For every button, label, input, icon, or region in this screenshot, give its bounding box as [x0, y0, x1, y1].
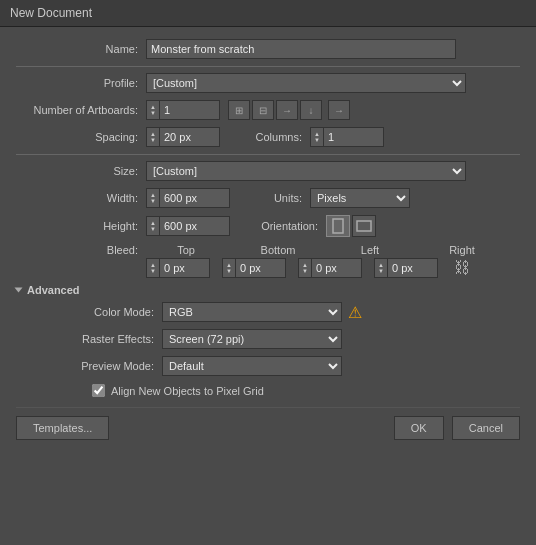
title-bar: New Document	[0, 0, 536, 27]
color-mode-row: Color Mode: RGB CMYK Grayscale ⚠	[32, 302, 520, 322]
name-row: Name:	[16, 39, 520, 59]
landscape-icon	[356, 220, 372, 232]
height-spinner-btn[interactable]: ▲ ▼	[146, 216, 160, 236]
profile-select[interactable]: [Custom] Print Web Mobile	[146, 73, 466, 93]
align-checkbox[interactable]	[92, 384, 105, 397]
bleed-left-spinner: ▲ ▼	[298, 258, 362, 278]
width-input[interactable]	[160, 188, 230, 208]
bleed-right-header: Right	[422, 244, 502, 256]
raster-select[interactable]: Screen (72 ppi) Medium (150 ppi) High (3…	[162, 329, 342, 349]
spacing-spinner: ▲ ▼	[146, 127, 220, 147]
preview-row: Preview Mode: Default Pixel Overprint	[32, 356, 520, 376]
size-row: Size: [Custom] Letter A4	[16, 161, 520, 181]
width-row: Width: ▲ ▼ Units: Pixels Points Millimet…	[16, 188, 520, 208]
columns-group: Columns: ▲ ▼	[250, 127, 384, 147]
bleed-top-btn[interactable]: ▲ ▼	[146, 258, 160, 278]
bleed-top-spinner: ▲ ▼	[146, 258, 210, 278]
artboards-label: Number of Artboards:	[16, 104, 146, 116]
width-spinner: ▲ ▼	[146, 188, 230, 208]
units-group: Units: Pixels Points Millimeters Inches	[270, 188, 410, 208]
chain-link-icon[interactable]: ⛓	[454, 259, 470, 277]
advanced-section-header[interactable]: Advanced	[16, 284, 520, 296]
spacing-label: Spacing:	[16, 131, 146, 143]
width-spinner-btn[interactable]: ▲ ▼	[146, 188, 160, 208]
size-select[interactable]: [Custom] Letter A4	[146, 161, 466, 181]
cancel-button[interactable]: Cancel	[452, 416, 520, 440]
arrange-right-btn[interactable]: →	[276, 100, 298, 120]
divider-1	[16, 66, 520, 67]
bleed-bottom-btn[interactable]: ▲ ▼	[222, 258, 236, 278]
advanced-label: Advanced	[27, 284, 80, 296]
units-label: Units:	[270, 192, 310, 204]
spacing-input[interactable]	[160, 127, 220, 147]
preview-select[interactable]: Default Pixel Overprint	[162, 356, 342, 376]
rearrange-btn[interactable]: →	[328, 100, 350, 120]
height-label: Height:	[16, 220, 146, 232]
grid-by-col-btn[interactable]: ⊟	[252, 100, 274, 120]
portrait-icon	[332, 218, 344, 234]
bleed-left-btn[interactable]: ▲ ▼	[298, 258, 312, 278]
profile-row: Profile: [Custom] Print Web Mobile	[16, 73, 520, 93]
svg-rect-1	[357, 221, 371, 231]
color-mode-select[interactable]: RGB CMYK Grayscale	[162, 302, 342, 322]
portrait-btn[interactable]	[326, 215, 350, 237]
bleed-left-header: Left	[330, 244, 410, 256]
footer: Templates... OK Cancel	[16, 407, 520, 440]
bleed-left-input[interactable]	[312, 258, 362, 278]
artboards-spinner: ▲ ▼	[146, 100, 220, 120]
columns-input[interactable]	[324, 127, 384, 147]
ok-button[interactable]: OK	[394, 416, 444, 440]
arrange-down-btn[interactable]: ↓	[300, 100, 322, 120]
artboards-row: Number of Artboards: ▲ ▼ ⊞ ⊟ → ↓ →	[16, 100, 520, 120]
dialog-title: New Document	[10, 6, 92, 20]
orientation-group: Orientation:	[254, 215, 376, 237]
align-checkbox-label: Align New Objects to Pixel Grid	[111, 385, 264, 397]
height-input[interactable]	[160, 216, 230, 236]
artboards-spinner-btn[interactable]: ▲ ▼	[146, 100, 160, 120]
bleed-bottom-input[interactable]	[236, 258, 286, 278]
raster-label: Raster Effects:	[32, 333, 162, 345]
landscape-btn[interactable]	[352, 215, 376, 237]
preview-label: Preview Mode:	[32, 360, 162, 372]
profile-label: Profile:	[16, 77, 146, 89]
raster-row: Raster Effects: Screen (72 ppi) Medium (…	[32, 329, 520, 349]
bleed-right-input[interactable]	[388, 258, 438, 278]
spacing-spinner-btn[interactable]: ▲ ▼	[146, 127, 160, 147]
dialog-body: Name: Profile: [Custom] Print Web Mobile…	[0, 27, 536, 452]
bleed-fields: Top Bottom Left Right ▲ ▼ ▲ ▼	[146, 244, 502, 278]
bleed-top-input[interactable]	[160, 258, 210, 278]
bleed-bottom-header: Bottom	[238, 244, 318, 256]
bleed-section: Bleed: Top Bottom Left Right ▲ ▼ ▲	[16, 244, 520, 278]
bleed-right-btn[interactable]: ▲ ▼	[374, 258, 388, 278]
name-input[interactable]	[146, 39, 456, 59]
bleed-label: Bleed:	[16, 244, 146, 256]
advanced-toggle-icon	[15, 288, 23, 293]
columns-spinner-btn[interactable]: ▲ ▼	[310, 127, 324, 147]
divider-2	[16, 154, 520, 155]
advanced-content: Color Mode: RGB CMYK Grayscale ⚠ Raster …	[16, 302, 520, 397]
templates-button[interactable]: Templates...	[16, 416, 109, 440]
artboard-layout-icons: ⊞ ⊟ → ↓	[228, 100, 322, 120]
color-mode-label: Color Mode:	[32, 306, 162, 318]
warning-icon: ⚠	[348, 303, 362, 322]
units-select[interactable]: Pixels Points Millimeters Inches	[310, 188, 410, 208]
bleed-right-spinner: ▲ ▼	[374, 258, 438, 278]
orientation-buttons	[326, 215, 376, 237]
bleed-bottom-spinner: ▲ ▼	[222, 258, 286, 278]
grid-by-row-btn[interactable]: ⊞	[228, 100, 250, 120]
bleed-inputs-row: ▲ ▼ ▲ ▼ ▲ ▼	[146, 258, 502, 278]
spacing-row: Spacing: ▲ ▼ Columns: ▲ ▼	[16, 127, 520, 147]
align-checkbox-row: Align New Objects to Pixel Grid	[32, 384, 520, 397]
height-row: Height: ▲ ▼ Orientation:	[16, 215, 520, 237]
name-label: Name:	[16, 43, 146, 55]
columns-spinner: ▲ ▼	[310, 127, 384, 147]
bleed-top-header: Top	[146, 244, 226, 256]
bleed-col-headers: Top Bottom Left Right	[146, 244, 502, 256]
svg-rect-0	[333, 219, 343, 233]
right-buttons: OK Cancel	[394, 416, 520, 440]
height-spinner: ▲ ▼	[146, 216, 230, 236]
columns-label: Columns:	[250, 131, 310, 143]
size-label: Size:	[16, 165, 146, 177]
artboards-input[interactable]	[160, 100, 220, 120]
width-label: Width:	[16, 192, 146, 204]
